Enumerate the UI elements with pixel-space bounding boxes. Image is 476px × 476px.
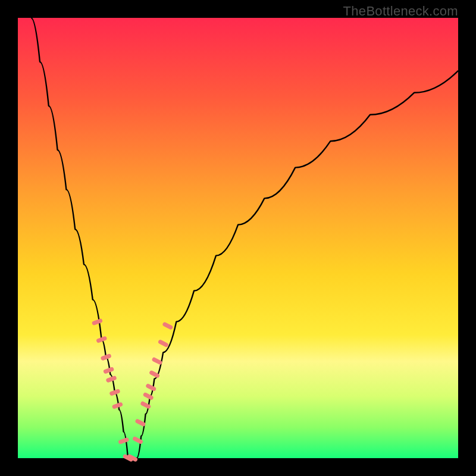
bottleneck-curve (31, 18, 458, 458)
highlight-dot (118, 437, 129, 445)
highlight-dot (112, 402, 123, 409)
highlight-dot (103, 367, 114, 374)
highlight-dot (92, 318, 103, 326)
chart-svg (18, 18, 458, 458)
outer-frame: TheBottleneck.com (0, 0, 476, 476)
highlight-dot (132, 436, 143, 444)
highlight-dot (162, 321, 173, 330)
watermark-text: TheBottleneck.com (343, 4, 458, 19)
highlight-dot (158, 339, 169, 347)
highlight-dot (151, 357, 162, 365)
plot-area (18, 18, 458, 458)
highlight-dot (145, 383, 156, 392)
highlight-dots-group (92, 318, 174, 462)
highlight-dot (127, 453, 138, 462)
